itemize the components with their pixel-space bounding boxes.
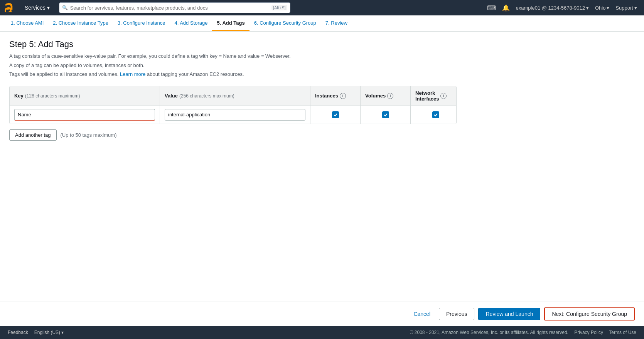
feedback-link[interactable]: Feedback bbox=[8, 330, 28, 335]
network-interfaces-checkbox-cell bbox=[411, 106, 457, 124]
main-content: Step 5: Add Tags A tag consists of a cas… bbox=[0, 32, 644, 302]
network-interfaces-checkbox[interactable] bbox=[432, 111, 439, 118]
bottom-right: © 2008 - 2021, Amazon Web Services, Inc.… bbox=[410, 330, 636, 335]
search-input[interactable] bbox=[59, 2, 290, 13]
support-chevron-icon: ▾ bbox=[634, 5, 637, 11]
instances-checkbox[interactable] bbox=[332, 111, 339, 118]
step-configure-instance[interactable]: 3. Configure Instance bbox=[113, 15, 170, 31]
copyright-text: © 2008 - 2021, Amazon Web Services, Inc.… bbox=[410, 330, 568, 335]
nav-right: ⌨ 🔔 example01 @ 1234-5678-9012 ▾ Ohio ▾ … bbox=[485, 3, 639, 13]
instances-label: Instances bbox=[315, 93, 338, 99]
step-review[interactable]: 7. Review bbox=[321, 15, 352, 31]
add-tag-row: Add another tag (Up to 50 tags maximum) bbox=[9, 129, 457, 141]
value-hint: (256 characters maximum) bbox=[179, 93, 234, 99]
bell-icon[interactable]: 🔔 bbox=[500, 3, 512, 13]
services-menu[interactable]: Services ▾ bbox=[22, 5, 53, 11]
privacy-policy-link[interactable]: Privacy Policy bbox=[574, 330, 603, 335]
language-label: English (US) bbox=[34, 330, 60, 335]
cloud-shell-icon[interactable]: ⌨ bbox=[485, 3, 498, 13]
next-configure-security-group-button[interactable]: Next: Configure Security Group bbox=[544, 307, 635, 321]
account-chevron-icon: ▾ bbox=[586, 5, 589, 11]
network-interfaces-label: Network Interfaces bbox=[415, 90, 439, 102]
key-cell bbox=[10, 106, 160, 124]
bottom-bar: Feedback English (US) ▾ © 2008 - 2021, A… bbox=[0, 326, 644, 339]
tag-table: Key (128 characters maximum) Value (256 … bbox=[9, 86, 457, 124]
volumes-info-icon[interactable]: i bbox=[387, 93, 393, 99]
key-input[interactable] bbox=[14, 109, 155, 121]
instances-info-icon[interactable]: i bbox=[340, 93, 346, 99]
instances-checkbox-cell bbox=[310, 106, 361, 124]
language-chevron-icon: ▾ bbox=[61, 330, 64, 335]
wizard-steps: 1. Choose AMI 2. Choose Instance Type 3.… bbox=[0, 15, 644, 32]
top-navigation: aws Services ▾ 🔍 [Alt+S] ⌨ 🔔 example01 @… bbox=[0, 0, 644, 15]
network-interfaces-info-icon[interactable]: i bbox=[440, 93, 447, 99]
services-chevron-icon: ▾ bbox=[47, 5, 50, 11]
value-label: Value bbox=[165, 93, 178, 99]
desc-line1: A tag consists of a case-sensitive key-v… bbox=[9, 52, 635, 60]
region-chevron-icon: ▾ bbox=[607, 5, 609, 11]
volumes-checkbox[interactable] bbox=[382, 111, 389, 118]
services-label: Services bbox=[25, 5, 46, 11]
header-key: Key (128 characters maximum) bbox=[10, 86, 160, 106]
add-another-tag-button[interactable]: Add another tag bbox=[9, 129, 57, 141]
header-network-interfaces: Network Interfaces i bbox=[411, 86, 457, 106]
cancel-button[interactable]: Cancel bbox=[409, 309, 435, 319]
bottom-left: Feedback English (US) ▾ bbox=[8, 330, 64, 335]
step-choose-ami[interactable]: 1. Choose AMI bbox=[6, 15, 48, 31]
page-title: Step 5: Add Tags bbox=[9, 39, 635, 49]
learn-more-link[interactable]: Learn more bbox=[120, 71, 145, 77]
key-hint: (128 characters maximum) bbox=[25, 93, 80, 99]
add-tag-hint: (Up to 50 tags maximum) bbox=[61, 132, 117, 138]
header-instances: Instances i bbox=[310, 86, 361, 106]
step-add-tags[interactable]: 5. Add Tags bbox=[212, 15, 249, 31]
support-menu[interactable]: Support ▾ bbox=[613, 5, 639, 11]
region-label: Ohio bbox=[595, 5, 605, 11]
value-cell bbox=[160, 106, 310, 124]
search-shortcut: [Alt+S] bbox=[271, 5, 287, 10]
volumes-checkbox-cell bbox=[361, 106, 411, 124]
region-menu[interactable]: Ohio ▾ bbox=[593, 5, 612, 11]
desc-line3: Tags will be applied to all instances an… bbox=[9, 70, 635, 78]
language-link[interactable]: English (US) ▾ bbox=[34, 330, 64, 335]
previous-button[interactable]: Previous bbox=[439, 308, 474, 320]
volumes-label: Volumes bbox=[365, 93, 386, 99]
step-choose-instance-type[interactable]: 2. Choose Instance Type bbox=[48, 15, 113, 31]
desc-line2: A copy of a tag can be applied to volume… bbox=[9, 62, 635, 69]
svg-text:aws: aws bbox=[5, 7, 11, 10]
step-configure-security-group[interactable]: 6. Configure Security Group bbox=[250, 15, 321, 31]
header-value: Value (256 characters maximum) bbox=[160, 86, 310, 106]
account-menu[interactable]: example01 @ 1234-5678-9012 ▾ bbox=[514, 5, 591, 11]
terms-of-use-link[interactable]: Terms of Use bbox=[609, 330, 636, 335]
tag-table-header: Key (128 characters maximum) Value (256 … bbox=[10, 86, 456, 106]
account-label: example01 @ 1234-5678-9012 bbox=[516, 5, 585, 11]
step-add-storage[interactable]: 4. Add Storage bbox=[170, 15, 212, 31]
header-volumes: Volumes i bbox=[361, 86, 411, 106]
review-and-launch-button[interactable]: Review and Launch bbox=[478, 308, 540, 320]
search-container: 🔍 [Alt+S] bbox=[59, 2, 290, 13]
table-row: ✕ bbox=[10, 106, 456, 124]
search-icon: 🔍 bbox=[62, 5, 68, 10]
footer-actions: Cancel Previous Review and Launch Next: … bbox=[0, 302, 644, 326]
value-input[interactable] bbox=[165, 109, 305, 121]
key-label: Key bbox=[14, 93, 24, 99]
support-label: Support bbox=[615, 5, 633, 11]
desc-tags-text: Tags will be applied to all instances an… bbox=[9, 71, 118, 77]
desc-suffix: about tagging your Amazon EC2 resources. bbox=[147, 71, 244, 77]
aws-logo: aws bbox=[5, 3, 19, 12]
